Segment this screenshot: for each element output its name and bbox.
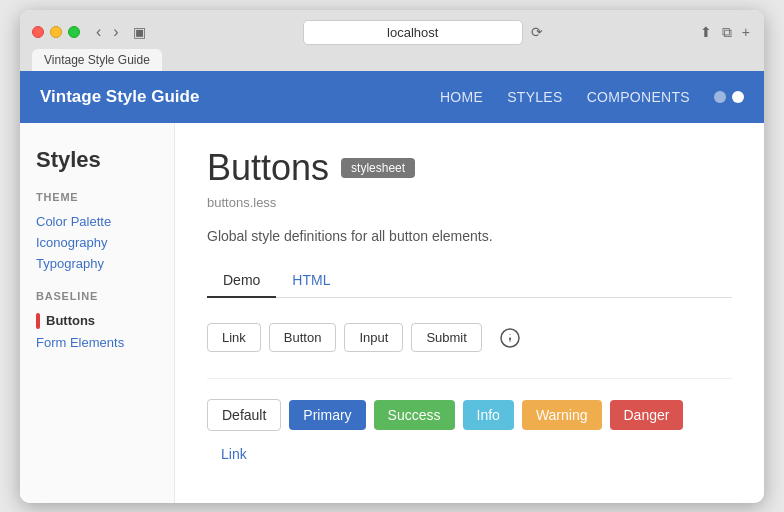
cursor-area bbox=[490, 318, 530, 358]
sidebar-baseline-label: BASELINE bbox=[36, 290, 158, 302]
sidebar-link-form-elements[interactable]: Form Elements bbox=[36, 332, 158, 353]
btn-submit-outline[interactable]: Submit bbox=[411, 323, 481, 352]
browser-window: ‹ › ▣ localhost ⟳ ⬆ ⧉ + Vintage Style Gu… bbox=[20, 10, 764, 503]
sidebar-theme-section: THEME Color Palette Iconography Typograp… bbox=[36, 191, 158, 274]
close-button[interactable] bbox=[32, 26, 44, 38]
btn-button-outline[interactable]: Button bbox=[269, 323, 337, 352]
duplicate-button[interactable]: ⧉ bbox=[720, 22, 734, 43]
browser-chrome: ‹ › ▣ localhost ⟳ ⬆ ⧉ + bbox=[20, 10, 764, 45]
tab-html[interactable]: HTML bbox=[276, 264, 346, 298]
btn-warning[interactable]: Warning bbox=[522, 400, 602, 430]
browser-tab-bar: Vintage Style Guide bbox=[20, 45, 764, 71]
nav-dot-2[interactable] bbox=[732, 91, 744, 103]
btn-input-outline[interactable]: Input bbox=[344, 323, 403, 352]
btn-primary[interactable]: Primary bbox=[289, 400, 365, 430]
browser-actions: ⬆ ⧉ + bbox=[698, 22, 752, 43]
sidebar-link-typography[interactable]: Typography bbox=[36, 253, 158, 274]
traffic-lights bbox=[32, 26, 80, 38]
back-button[interactable]: ‹ bbox=[92, 22, 105, 42]
btn-info[interactable]: Info bbox=[463, 400, 514, 430]
address-bar-container: localhost ⟳ bbox=[156, 20, 690, 45]
variant-button-row: Default Primary Success Info Warning Dan… bbox=[207, 399, 732, 469]
sidebar-toggle-button[interactable]: ▣ bbox=[131, 22, 148, 42]
nav-links: HOME STYLES COMPONENTS bbox=[440, 89, 690, 105]
sidebar-link-color-palette[interactable]: Color Palette bbox=[36, 211, 158, 232]
btn-link-outline[interactable]: Link bbox=[207, 323, 261, 352]
app-brand: Vintage Style Guide bbox=[40, 87, 199, 107]
page-subtitle: buttons.less bbox=[207, 195, 732, 210]
tabs: Demo HTML bbox=[207, 264, 732, 298]
sidebar-title: Styles bbox=[36, 147, 158, 173]
page-title: Buttons bbox=[207, 147, 329, 189]
sidebar-theme-label: THEME bbox=[36, 191, 158, 203]
browser-nav-buttons: ‹ › bbox=[92, 22, 123, 42]
browser-tab-active[interactable]: Vintage Style Guide bbox=[32, 49, 162, 71]
main-content: Buttons stylesheet buttons.less Global s… bbox=[175, 123, 764, 503]
nav-styles[interactable]: STYLES bbox=[507, 89, 563, 105]
cursor-icon bbox=[498, 326, 522, 350]
outline-button-row: Link Button Input Submit bbox=[207, 318, 732, 379]
btn-default[interactable]: Default bbox=[207, 399, 281, 431]
sidebar: Styles THEME Color Palette Iconography T… bbox=[20, 123, 175, 503]
maximize-button[interactable] bbox=[68, 26, 80, 38]
page-description: Global style definitions for all button … bbox=[207, 228, 732, 244]
nav-components[interactable]: COMPONENTS bbox=[587, 89, 690, 105]
app-nav: Vintage Style Guide HOME STYLES COMPONEN… bbox=[20, 71, 764, 123]
minimize-button[interactable] bbox=[50, 26, 62, 38]
sidebar-item-buttons-active: Buttons bbox=[36, 310, 158, 332]
forward-button[interactable]: › bbox=[109, 22, 122, 42]
btn-success[interactable]: Success bbox=[374, 400, 455, 430]
refresh-button[interactable]: ⟳ bbox=[531, 24, 543, 40]
nav-dot-1[interactable] bbox=[714, 91, 726, 103]
new-tab-button[interactable]: + bbox=[740, 22, 752, 42]
btn-danger[interactable]: Danger bbox=[610, 400, 684, 430]
tab-label: Vintage Style Guide bbox=[44, 53, 150, 67]
app-body: Styles THEME Color Palette Iconography T… bbox=[20, 123, 764, 503]
sidebar-baseline-section: BASELINE Buttons Form Elements bbox=[36, 290, 158, 353]
tab-demo[interactable]: Demo bbox=[207, 264, 276, 298]
share-button[interactable]: ⬆ bbox=[698, 22, 714, 42]
sidebar-active-label: Buttons bbox=[46, 313, 95, 328]
address-bar[interactable]: localhost bbox=[303, 20, 523, 45]
nav-home[interactable]: HOME bbox=[440, 89, 483, 105]
sidebar-link-iconography[interactable]: Iconography bbox=[36, 232, 158, 253]
nav-dots bbox=[714, 91, 744, 103]
active-indicator bbox=[36, 313, 40, 329]
btn-link-variant[interactable]: Link bbox=[207, 439, 261, 469]
page-header: Buttons stylesheet bbox=[207, 147, 732, 189]
stylesheet-badge: stylesheet bbox=[341, 158, 415, 178]
